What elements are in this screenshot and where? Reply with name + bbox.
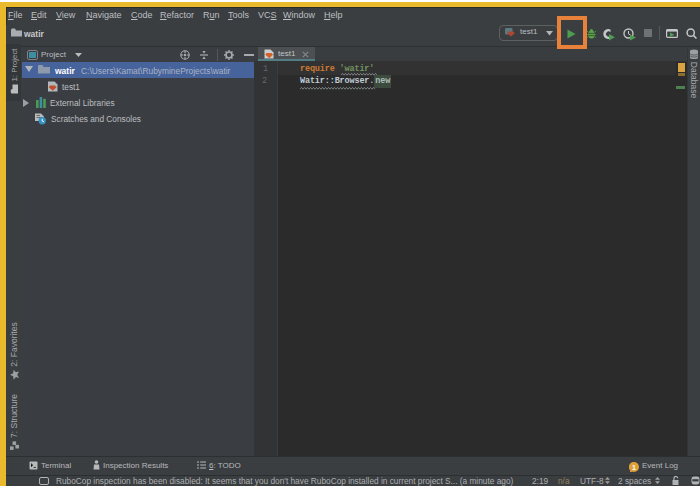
svg-text:1: 1: [632, 464, 636, 471]
